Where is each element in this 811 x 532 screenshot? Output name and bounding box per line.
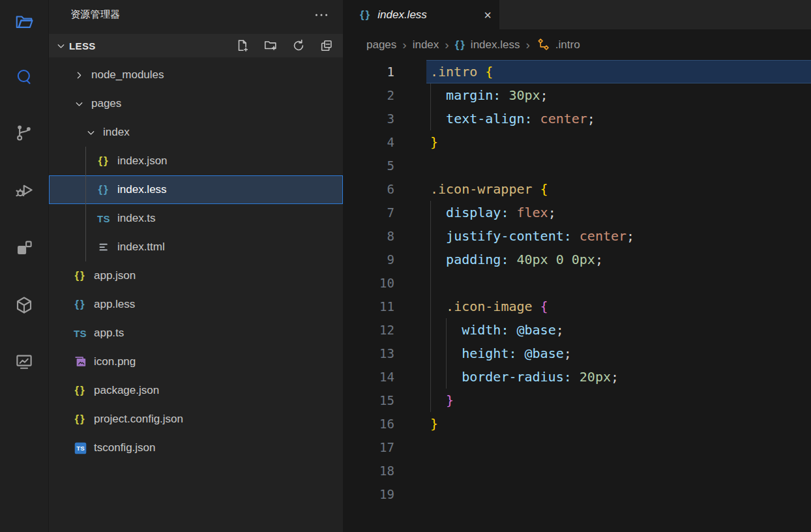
code-line-8[interactable]: 8 justify-content: center; xyxy=(343,224,811,248)
breadcrumb-separator: › xyxy=(445,38,449,51)
close-icon[interactable]: × xyxy=(484,8,492,22)
breadcrumb-item-pages[interactable]: pages xyxy=(366,38,396,52)
code-line-5[interactable]: 5 xyxy=(343,154,811,177)
braces-icon: {} xyxy=(72,269,89,282)
breadcrumb-label: index.less xyxy=(471,38,520,52)
section-header-less[interactable]: LESS xyxy=(49,34,343,57)
tree-item-index.json[interactable]: {}index.json xyxy=(49,147,343,175)
line-number: 4 xyxy=(343,130,426,154)
code-line-1[interactable]: 1.intro { xyxy=(343,60,811,83)
explorer-sidebar: 资源管理器 LESS node_modulespagesindex{}index… xyxy=(49,0,343,532)
activity-item-run-debug[interactable] xyxy=(0,168,48,212)
tree-item-app.ts[interactable]: TSapp.ts xyxy=(49,319,343,347)
braces-icon: {} xyxy=(95,155,112,168)
code-token: .icon-image xyxy=(446,299,532,314)
tree-item-project.config.json[interactable]: {}project.config.json xyxy=(49,405,343,434)
line-number: 6 xyxy=(343,177,426,201)
new-file-icon[interactable] xyxy=(235,38,250,53)
tree-item-index.ts[interactable]: TSindex.ts xyxy=(49,204,343,233)
code-line-19[interactable]: 19 xyxy=(343,482,811,506)
line-number: 16 xyxy=(343,412,426,436)
code-token xyxy=(548,252,556,267)
code-token: } xyxy=(430,416,438,432)
breadcrumb-item-.intro[interactable]: .intro xyxy=(536,37,580,52)
code-line-17[interactable]: 17 xyxy=(343,436,811,459)
activity-item-extensions[interactable] xyxy=(0,226,48,270)
code-token: flex xyxy=(516,205,548,220)
breadcrumb-separator: › xyxy=(525,38,529,51)
tree-item-pages[interactable]: pages xyxy=(49,89,343,118)
breadcrumb: pages›index›{}index.less›.intro xyxy=(343,29,811,60)
activity-item-source-control[interactable] xyxy=(0,111,48,155)
breadcrumb-label: index xyxy=(413,38,439,52)
ts-icon: TS xyxy=(95,213,112,224)
line-number: 5 xyxy=(343,154,426,177)
code-line-9[interactable]: 9 padding: 40px 0 0px; xyxy=(343,248,811,271)
indent-guide xyxy=(430,248,431,271)
code-token xyxy=(572,369,580,385)
tree-item-index.less[interactable]: {}index.less xyxy=(49,175,343,204)
braces-icon: {} xyxy=(95,183,112,196)
braces-icon: {} xyxy=(72,384,89,397)
code-token: ; xyxy=(627,228,634,244)
new-folder-icon[interactable] xyxy=(263,38,278,53)
tree-item-package.json[interactable]: {}package.json xyxy=(49,376,343,405)
code-line-14[interactable]: 14 border-radius: 20px; xyxy=(343,365,811,389)
code-line-10[interactable]: 10 xyxy=(343,271,811,295)
chevron-down-icon[interactable] xyxy=(72,98,86,110)
breadcrumb-item-index[interactable]: index xyxy=(413,38,439,52)
tree-item-index[interactable]: index xyxy=(49,118,343,147)
code-editor[interactable]: 1.intro {2 margin: 30px;3 text-align: ce… xyxy=(343,60,811,532)
code-token xyxy=(572,228,580,244)
code-line-12[interactable]: 12 width: @base; xyxy=(343,318,811,342)
activity-item-search[interactable] xyxy=(0,55,48,99)
code-line-11[interactable]: 11 .icon-image { xyxy=(343,295,811,318)
indent-guide xyxy=(430,389,431,412)
code-token: @base xyxy=(525,346,564,361)
code-line-7[interactable]: 7 display: flex; xyxy=(343,201,811,224)
code-token: @base xyxy=(516,322,555,338)
tree-item-index.ttml[interactable]: index.ttml xyxy=(49,233,343,261)
code-line-6[interactable]: 6.icon-wrapper { xyxy=(343,177,811,201)
tree-item-label: tsconfig.json xyxy=(94,441,156,454)
code-token xyxy=(430,87,446,103)
code-line-3[interactable]: 3 text-align: center; xyxy=(343,107,811,130)
code-token: 20px xyxy=(580,369,611,385)
code-token: ; xyxy=(564,346,572,361)
activity-bar xyxy=(0,0,49,532)
line-number: 15 xyxy=(343,389,426,412)
code-token: ; xyxy=(595,252,603,267)
code-line-15[interactable]: 15 } xyxy=(343,389,811,412)
tree-item-icon.png[interactable]: icon.png xyxy=(49,347,343,376)
code-line-4[interactable]: 4} xyxy=(343,130,811,154)
more-actions-icon[interactable] xyxy=(313,7,330,23)
activity-item-performance[interactable] xyxy=(0,340,48,384)
chevron-right-icon[interactable] xyxy=(72,70,86,81)
symbol-class-icon xyxy=(536,37,551,52)
code-line-18[interactable]: 18 xyxy=(343,459,811,482)
tree-item-app.json[interactable]: {}app.json xyxy=(49,261,343,290)
activity-item-package[interactable] xyxy=(0,283,48,327)
refresh-icon[interactable] xyxy=(291,38,306,53)
code-line-16[interactable]: 16} xyxy=(343,412,811,436)
collapse-all-icon[interactable] xyxy=(319,38,334,53)
section-actions xyxy=(235,38,334,53)
tree-item-label: index.ttml xyxy=(117,241,165,254)
braces-icon: {} xyxy=(360,8,371,22)
indent-guide xyxy=(430,107,431,130)
chevron-down-icon[interactable] xyxy=(83,127,98,138)
code-token: height: xyxy=(462,346,516,361)
code-line-2[interactable]: 2 margin: 30px; xyxy=(343,83,811,107)
braces-icon: {} xyxy=(72,413,89,426)
code-line-13[interactable]: 13 height: @base; xyxy=(343,342,811,365)
tree-item-tsconfig.json[interactable]: TStsconfig.json xyxy=(49,434,343,462)
tree-item-node_modules[interactable]: node_modules xyxy=(49,61,343,89)
tree-item-app.less[interactable]: {}app.less xyxy=(49,290,343,319)
chevron-down-icon[interactable] xyxy=(55,40,66,52)
tab-index-less[interactable]: {} index.less × xyxy=(343,0,499,29)
activity-item-explorer[interactable] xyxy=(0,0,48,44)
debug-icon xyxy=(14,180,34,200)
breadcrumb-label: .intro xyxy=(555,38,580,52)
breadcrumb-item-index.less[interactable]: {}index.less xyxy=(455,38,520,52)
code-token xyxy=(477,64,485,80)
